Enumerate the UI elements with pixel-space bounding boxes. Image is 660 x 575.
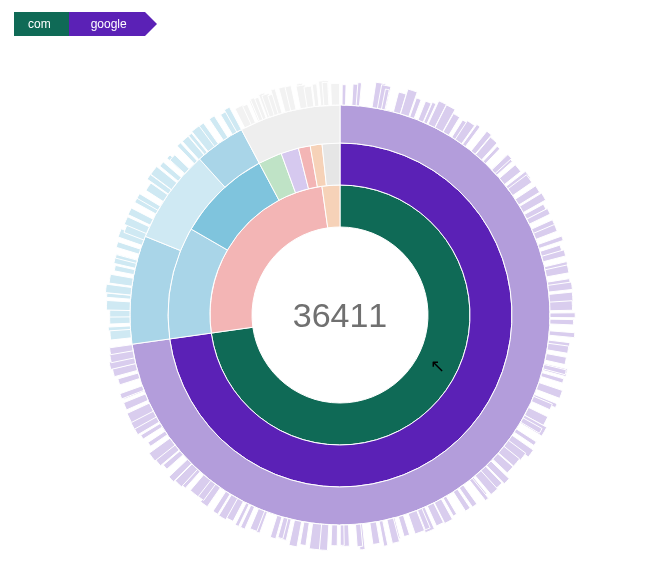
leaf-google-l4[interactable] [379,521,388,547]
leaf-google-l4[interactable] [549,331,575,338]
leaf-google-l4[interactable] [550,313,575,318]
leaf-google-l4[interactable] [340,525,344,545]
breadcrumb[interactable]: com google [14,12,145,36]
leaf-blue-l4[interactable] [109,274,133,286]
sunburst-chart[interactable]: 36411 [80,55,600,575]
leaf-blue-l4[interactable] [106,300,130,310]
leaf-google-l4[interactable] [536,383,562,399]
leaf-google-l4[interactable] [550,301,573,311]
leaf-google-l4[interactable] [398,515,409,536]
center-total: 36411 [293,296,388,335]
leaf-misc-l4[interactable] [331,83,340,105]
leaf-google-l4[interactable] [342,85,346,105]
leaf-google-l4[interactable] [309,523,321,550]
breadcrumb-label: com [28,17,51,31]
leaf-google-l4[interactable] [331,525,337,546]
leaf-google-l4[interactable] [289,520,302,547]
leaf-google-l4[interactable] [545,354,566,365]
leaf-google-l4[interactable] [550,319,574,325]
breadcrumb-label: google [91,17,127,31]
leaf-misc-l4[interactable] [322,82,329,105]
breadcrumb-item-com[interactable]: com [14,12,69,36]
breadcrumb-item-google[interactable]: google [69,12,145,36]
leaf-google-l4[interactable] [370,522,380,545]
